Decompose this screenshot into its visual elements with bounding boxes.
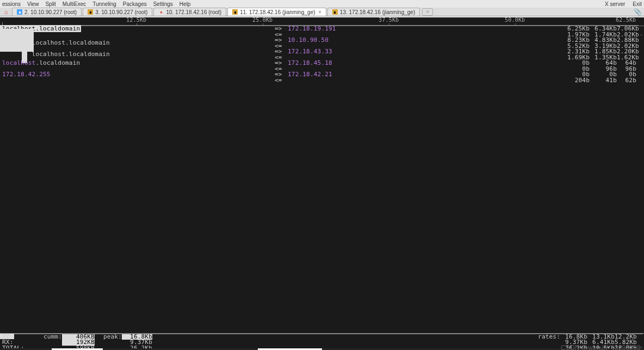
tab-label: 2. 10.10.90.227 (root) xyxy=(24,9,77,15)
terminal-icon: ∎ xyxy=(232,9,238,15)
traffic-src: localhost.localdomain xyxy=(32,51,110,58)
menu-help[interactable]: Help xyxy=(179,1,191,7)
menu-xserver[interactable]: X server xyxy=(605,1,625,7)
iftop-traffic-list: localhost.localdomain => 172.18.19.191 6… xyxy=(0,26,644,83)
tab-2[interactable]: ∎ 2. 10.10.90.227 (root) xyxy=(12,8,82,16)
tab-label: 3. 10.10.90.227 (root) xyxy=(95,9,147,15)
traffic-dst: 172.18.43.33 xyxy=(288,49,562,55)
menu-multiexec[interactable]: MultiExec xyxy=(63,1,86,7)
traffic-dst: 172.18.42.21 xyxy=(288,72,562,78)
close-icon[interactable]: × xyxy=(319,9,321,15)
traffic-dst: 10.10.90.50 xyxy=(288,38,562,44)
traffic-row: 172.18.42.255 => 172.18.42.21 0b 0b 0b xyxy=(0,72,644,78)
menu-view[interactable]: View xyxy=(27,1,39,7)
tab-label: 11. 172.18.42.16 (jianming_ge) xyxy=(240,9,315,15)
tab-bar: ⌂ ∎ 2. 10.10.90.227 (root) ∎ 3. 10.10.90… xyxy=(0,8,644,16)
iftop-footer: TX: cumm: 406KB peak: 16.8Kb rates: 16.8… xyxy=(0,333,644,351)
terminal-icon: ∎ xyxy=(17,9,22,15)
terminal-icon: ∎ xyxy=(332,9,338,15)
arrow-in-icon: <= xyxy=(275,78,288,84)
tab-label: 13. 172.18.42.16 (jianming_ge) xyxy=(340,9,415,15)
rate-10s: 41b xyxy=(590,78,617,84)
tab-13[interactable]: ∎ 13. 172.18.42.16 (jianming_ge) xyxy=(327,8,420,16)
peak-label: peak: xyxy=(95,334,122,340)
traffic-row: <= 204b 41b 62b xyxy=(0,78,644,84)
menu-bar: essions View Split MultiExec Tunneling P… xyxy=(0,0,644,8)
new-tab-button[interactable]: ✧ xyxy=(422,8,433,16)
menu-tunneling[interactable]: Tunneling xyxy=(92,1,116,7)
rates-label: rates: xyxy=(528,334,560,340)
cum-label: cumm: xyxy=(35,334,62,340)
traffic-row: localhost.localdomain => 172.18.43.33 2.… xyxy=(0,49,644,55)
rate-2s: 204b xyxy=(562,78,590,84)
tab-label: 10. 172.18.42.16 (root) xyxy=(166,9,221,15)
traffic-src: localhost.localdomain xyxy=(0,60,275,66)
terminal-icon: ∎ xyxy=(88,9,93,15)
menu-exit[interactable]: Exit xyxy=(633,1,642,7)
terminal-icon: ● xyxy=(158,9,164,15)
traffic-src: 172.18.42.255 xyxy=(0,72,275,78)
menu-sessions[interactable]: essions xyxy=(2,1,21,7)
menu-settings[interactable]: Settings xyxy=(153,1,173,7)
tab-11[interactable]: ∎ 11. 172.18.42.16 (jianming_ge) × xyxy=(227,8,326,16)
traffic-dst: 172.18.45.18 xyxy=(288,60,562,66)
home-icon[interactable]: ⌂ xyxy=(1,8,11,16)
scroll-down-icon[interactable]: ˅ xyxy=(640,346,643,351)
traffic-dst: 172.18.19.191 xyxy=(288,26,562,32)
menu-packages[interactable]: Packages xyxy=(123,1,147,7)
footer-rx-row: RX: 192KB 9.37Kb 9.37Kb 6.41Kb 5.82Kb xyxy=(2,340,642,346)
scale-tick-label: 37.5Kb xyxy=(379,17,399,23)
footer-tx-row: TX: cumm: 406KB peak: 16.8Kb rates: 16.8… xyxy=(2,334,642,340)
terminal-area[interactable]: ˄ 12.5Kb 25.0Kb 37.5Kb 50.0Kb 62.5Kb loc… xyxy=(0,17,644,350)
tx-label: TX: xyxy=(2,334,35,340)
scale-tick-label: 62.5Kb xyxy=(616,17,636,23)
tab-3[interactable]: ∎ 3. 10.10.90.227 (root) xyxy=(83,8,152,16)
scale-tick-label: 50.0Kb xyxy=(505,17,525,23)
menu-split[interactable]: Split xyxy=(45,1,55,7)
tab-10[interactable]: ● 10. 172.18.42.16 (root) xyxy=(153,8,226,16)
paperclip-icon[interactable]: 📎 xyxy=(634,8,642,16)
traffic-row: localhost.localdomain => 172.18.45.18 0b… xyxy=(0,60,644,66)
scale-tick-label: 12.5Kb xyxy=(126,17,146,23)
scale-tick-label: 25.0Kb xyxy=(252,17,273,23)
rate-40s: 62b xyxy=(617,78,644,84)
